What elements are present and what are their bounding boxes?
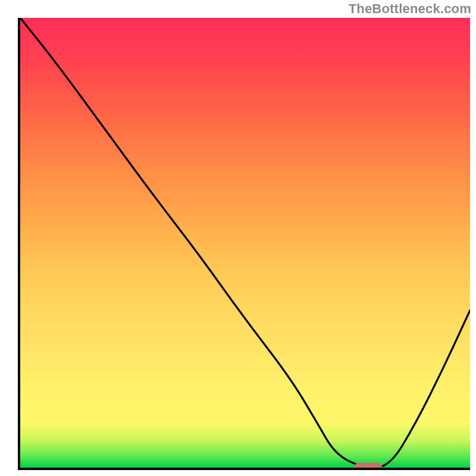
optimal-marker xyxy=(355,463,382,470)
chart-wrap: TheBottleneck.com xyxy=(0,0,476,476)
bottleneck-curve xyxy=(20,18,470,468)
watermark-text: TheBottleneck.com xyxy=(349,1,471,17)
chart-frame xyxy=(18,18,470,470)
